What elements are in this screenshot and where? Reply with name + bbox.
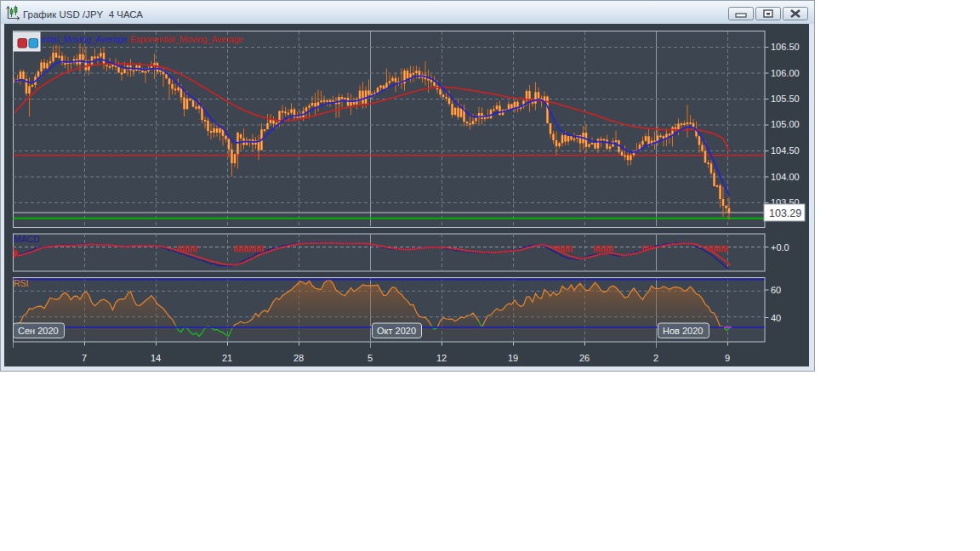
svg-text:19: 19	[508, 353, 518, 363]
svg-text:Окт 2020: Окт 2020	[377, 326, 416, 336]
svg-text:103.29: 103.29	[769, 207, 801, 219]
svg-text:26: 26	[579, 353, 590, 363]
svg-text:+0.0: +0.0	[771, 242, 789, 253]
svg-text:21: 21	[222, 353, 232, 363]
svg-text:ential_Moving_Average: ential_Moving_Average	[38, 35, 128, 44]
svg-text:7: 7	[82, 353, 87, 363]
svg-text:RSI: RSI	[14, 278, 29, 288]
svg-text:График USD /JPY 4 ЧАСА: График USD /JPY 4 ЧАСА	[23, 9, 143, 20]
svg-text:106.00: 106.00	[771, 68, 800, 78]
svg-text:12: 12	[436, 353, 447, 363]
svg-text:40: 40	[771, 313, 781, 323]
svg-text:Сен 2020: Сен 2020	[18, 326, 59, 336]
svg-text:28: 28	[293, 353, 304, 363]
svg-text:104.50: 104.50	[771, 145, 800, 156]
svg-text:105.00: 105.00	[771, 119, 800, 129]
svg-text:2: 2	[653, 353, 658, 363]
svg-text:MACD: MACD	[14, 234, 40, 244]
svg-text:104.00: 104.00	[771, 172, 800, 182]
svg-text:Нов 2020: Нов 2020	[663, 326, 703, 336]
svg-text:14: 14	[151, 353, 161, 363]
svg-text:60: 60	[771, 285, 781, 295]
svg-text:5: 5	[368, 353, 373, 363]
svg-text:9: 9	[725, 353, 730, 363]
svg-text:106.50: 106.50	[771, 42, 800, 52]
svg-text:105.50: 105.50	[771, 94, 800, 104]
svg-text:Exponential_Moving_Average: Exponential_Moving_Average	[130, 35, 243, 44]
